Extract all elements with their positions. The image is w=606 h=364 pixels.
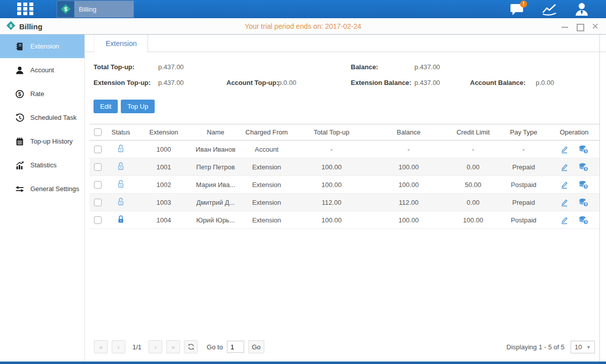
extension-cell: 1003	[136, 199, 192, 206]
topup-row-icon[interactable]: $	[578, 162, 589, 172]
prev-page-button[interactable]: ‹	[112, 340, 125, 353]
total-topup-value: p.437.00	[158, 63, 184, 71]
user-account-icon[interactable]	[573, 2, 591, 17]
row-checkbox[interactable]	[94, 163, 102, 171]
sidebar-item-extension[interactable]: Extension	[0, 34, 84, 58]
col-charged-from: Charged From	[240, 128, 294, 136]
charged-from-cell: Extension	[240, 181, 294, 189]
close-button[interactable]: ✕	[591, 23, 599, 30]
charged-from-cell: Account	[240, 146, 294, 153]
row-checkbox[interactable]	[94, 216, 102, 224]
billing-diamond-icon: $	[57, 1, 74, 17]
status-cell	[106, 144, 136, 155]
sidebar-item-general-settings[interactable]: General Settings	[0, 177, 84, 201]
svg-text:$: $	[585, 167, 587, 171]
row-checkbox[interactable]	[94, 199, 102, 206]
svg-text:$: $	[585, 220, 587, 224]
sidebar-item-rate[interactable]: $ Rate	[0, 82, 84, 106]
page-size-dropdown[interactable]: 10 ▼	[571, 341, 595, 353]
table-row[interactable]: 1000 Иван Иванов Account - - - - $	[89, 141, 599, 158]
credit-limit-cell: -	[448, 146, 498, 153]
first-page-button[interactable]: «	[94, 340, 108, 353]
extension-cell: 1002	[136, 181, 192, 189]
sidebar-item-label: Top-up History	[30, 138, 73, 145]
svg-text:$: $	[64, 6, 67, 12]
goto-page-input[interactable]	[227, 341, 244, 353]
name-cell: Мария Ива...	[192, 181, 240, 189]
tab-extension[interactable]: Extension	[94, 35, 148, 53]
taskbar-strip	[0, 361, 606, 364]
balance-cell: 100.00	[369, 181, 448, 189]
extension-cell: 1001	[136, 163, 192, 171]
status-cell	[106, 161, 136, 172]
extension-book-icon	[15, 42, 24, 51]
col-extension: Extension	[136, 128, 192, 136]
col-pay-type: Pay Type	[498, 128, 549, 136]
col-balance: Balance	[369, 128, 448, 136]
main-content: Extension Total Top-up: p.437.00 Balance…	[85, 34, 606, 361]
last-page-button[interactable]: »	[166, 340, 180, 353]
edit-row-icon[interactable]	[560, 198, 569, 207]
pay-type-cell: Postpaid	[498, 216, 549, 224]
topbar-app-tab-billing[interactable]: $ Billing	[57, 1, 134, 18]
extension-cell: 1004	[136, 216, 192, 224]
edit-row-icon[interactable]	[560, 162, 569, 172]
sidebar-item-scheduled-task[interactable]: Scheduled Task	[0, 106, 84, 129]
refresh-button[interactable]	[184, 340, 198, 353]
toolbar: Edit Top Up	[85, 97, 606, 118]
name-cell: Юрий Юрь...	[192, 216, 240, 224]
displaying-count: Displaying 1 - 5 of 5	[506, 343, 565, 351]
status-unlocked-icon	[116, 144, 125, 153]
charged-from-cell: Extension	[240, 199, 294, 206]
topup-row-icon[interactable]: $	[578, 180, 589, 190]
next-page-button[interactable]: ›	[149, 340, 162, 353]
table-row[interactable]: 1001 Петр Петров Extension 100.00 100.00…	[89, 158, 599, 176]
total-topup-label: Total Top-up:	[94, 63, 134, 71]
sidebar-item-statistics[interactable]: Statistics	[0, 153, 84, 177]
edit-row-icon[interactable]	[560, 215, 569, 225]
sidebar-item-label: Scheduled Task	[30, 114, 77, 121]
topup-button[interactable]: Top Up	[121, 100, 155, 113]
svg-text:$: $	[585, 149, 587, 153]
monitor-chart-icon[interactable]	[540, 2, 558, 17]
pay-type-cell: Prepaid	[498, 199, 549, 206]
app-launcher-grid-icon[interactable]	[17, 3, 34, 16]
name-cell: Дмитрий Д...	[192, 199, 240, 206]
chevron-down-icon: ▼	[586, 345, 591, 350]
table-row[interactable]: 1004 Юрий Юрь... Extension 100.00 100.00…	[89, 211, 599, 229]
svg-text:$: $	[18, 91, 21, 97]
extension-balance-label: Extension Balance:	[351, 79, 411, 86]
edit-row-icon[interactable]	[560, 180, 569, 190]
sidebar-item-account[interactable]: Account	[0, 58, 84, 82]
sidebar-item-topup-history[interactable]: Top-up History	[0, 129, 84, 153]
table-row[interactable]: 1003 Дмитрий Д... Extension 112.00 112.0…	[89, 194, 599, 211]
total-topup-cell: 112.00	[294, 199, 369, 206]
status-locked-icon	[116, 214, 125, 224]
balance-cell: 112.00	[369, 199, 448, 206]
operation-cell: $	[549, 180, 599, 190]
table-row[interactable]: 1002 Мария Ива... Extension 100.00 100.0…	[89, 176, 599, 194]
credit-limit-cell: 0.00	[448, 199, 498, 206]
pay-type-cell: Prepaid	[498, 163, 549, 171]
page-size-value: 10	[575, 343, 582, 351]
notification-badge: !	[520, 1, 527, 8]
select-all-checkbox[interactable]	[94, 128, 102, 136]
sidebar-item-label: General Settings	[30, 185, 79, 193]
row-checkbox[interactable]	[94, 181, 102, 189]
edit-row-icon[interactable]	[560, 145, 569, 154]
topup-row-icon[interactable]: $	[578, 145, 589, 154]
operation-cell: $	[549, 198, 599, 207]
sidebar-item-label: Account	[30, 66, 54, 74]
topup-row-icon[interactable]: $	[578, 198, 589, 207]
go-button[interactable]: Go	[248, 340, 264, 353]
col-operation: Operation	[549, 128, 599, 136]
trial-notice: Your trial period ends on: 2017-02-24	[0, 18, 606, 34]
edit-button[interactable]: Edit	[94, 100, 118, 113]
minimize-button[interactable]	[561, 23, 569, 30]
topup-row-icon[interactable]: $	[578, 215, 589, 225]
maximize-button[interactable]	[576, 23, 584, 30]
chat-icon[interactable]: !	[508, 2, 526, 17]
status-unlocked-icon	[116, 161, 125, 171]
row-checkbox[interactable]	[94, 146, 102, 153]
table-header: Status Extension Name Charged From Total…	[89, 124, 599, 141]
